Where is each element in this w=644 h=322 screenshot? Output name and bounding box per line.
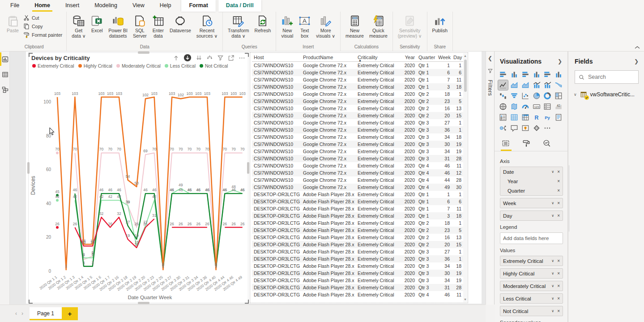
legend-item-extremely-critical[interactable]: Extremely Critical: [32, 63, 74, 69]
get-data-button[interactable]: Get data ∨: [69, 13, 88, 40]
chevron-down-icon[interactable]: ∨: [551, 294, 554, 303]
table-row[interactable]: DESKTOP-OR3LCTGAdobe Flash Player 28.xEx…: [252, 191, 463, 198]
visual-type-line-and-clustered-column-chart-icon[interactable]: [542, 80, 552, 90]
visual-type-gauge-icon[interactable]: [520, 102, 530, 112]
next-page-icon[interactable]: ›: [21, 310, 23, 317]
paste-button[interactable]: Paste: [4, 13, 21, 34]
dataverse-button[interactable]: Dataverse: [167, 13, 194, 34]
visual-type-kpi-icon[interactable]: 42: [554, 102, 563, 112]
remove-field-icon[interactable]: ×: [557, 186, 560, 195]
table-row[interactable]: CSI7WINDOWS10Google Chrome 72.xExtremely…: [252, 162, 463, 169]
cut-button[interactable]: Cut: [21, 14, 64, 21]
visual-type-qa-visual-icon[interactable]: [509, 123, 519, 133]
ribbon-tab-view[interactable]: View: [125, 0, 152, 12]
legend-item-moderately-critical[interactable]: Moderately Critical: [116, 63, 161, 69]
scroll-up-icon[interactable]: ▲: [463, 53, 467, 59]
legend-item-not-critical[interactable]: Not Critical: [200, 63, 228, 69]
ribbon-tab-insert[interactable]: Insert: [58, 0, 87, 12]
table-row[interactable]: CSI7WINDOWS10Google Chrome 72.xExtremely…: [252, 119, 463, 126]
visual-type-multi-row-card-icon[interactable]: [542, 102, 552, 112]
resize-handle[interactable]: [247, 162, 249, 174]
ribbon-tab-data-drill[interactable]: Data / Drill: [218, 0, 261, 12]
visual-type-power-automate-icon[interactable]: [532, 123, 542, 133]
column-header-productname[interactable]: ProductName: [301, 53, 356, 62]
power-bi-datasets-button[interactable]: Power BI datasets: [106, 13, 130, 40]
table-scrollbar[interactable]: ▲ ▼: [463, 53, 467, 302]
table-row[interactable]: DESKTOP-OR3LCTGAdobe Flash Player 28.xEx…: [252, 205, 463, 212]
ribbon-tab-home[interactable]: Home: [27, 0, 58, 12]
remove-field-icon[interactable]: ×: [557, 198, 560, 208]
visual-type-r-script-visual-icon[interactable]: R: [532, 112, 542, 122]
table-row[interactable]: DESKTOP-OR3LCTGAdobe Flash Player 28.xEx…: [252, 227, 463, 234]
table-row[interactable]: CSI7WINDOWS10Google Chrome 72.xExtremely…: [252, 83, 463, 90]
field-pill-week[interactable]: Week∨×: [500, 198, 563, 208]
new-measure-button[interactable]: New measure: [343, 13, 367, 40]
drill-up-icon[interactable]: [173, 55, 179, 61]
table-row[interactable]: DESKTOP-OR3LCTGAdobe Flash Player 28.xEx…: [252, 291, 463, 298]
resize-handle[interactable]: [245, 53, 249, 57]
rail-report-view-button[interactable]: [0, 52, 10, 67]
resize-handle[interactable]: [245, 300, 249, 304]
visual-type-paginated-report-icon[interactable]: [554, 112, 563, 122]
table-row[interactable]: CSI7WINDOWS10Google Chrome 72.xExtremely…: [252, 69, 463, 76]
column-header-host[interactable]: Host: [252, 53, 301, 62]
visual-type-matrix-icon[interactable]: [520, 112, 530, 122]
field-pill-day[interactable]: Day∨×: [500, 210, 563, 221]
transform-data-button[interactable]: Transform data ∨: [225, 13, 252, 40]
visual-type-donut-chart-icon[interactable]: [542, 91, 552, 101]
field-pill-not-critical[interactable]: Not Critical∨×: [500, 306, 563, 316]
chevron-down-icon[interactable]: ∨: [551, 167, 554, 176]
column-header-quarter[interactable]: Quarter: [417, 53, 436, 62]
excel-button[interactable]: Excel: [88, 13, 106, 34]
table-row[interactable]: CSI7WINDOWS10Google Chrome 72.xExtremely…: [252, 176, 463, 184]
table-row[interactable]: CSI7WINDOWS10Google Chrome 72.xExtremely…: [252, 62, 463, 69]
visual-type-pie-chart-icon[interactable]: [532, 91, 542, 101]
resize-handle[interactable]: [29, 53, 33, 57]
filters-pane-collapsed[interactable]: ❮ Filters: [486, 52, 495, 305]
collapse-fields-icon[interactable]: ❯: [634, 58, 639, 64]
quick-measure-button[interactable]: Quick measure: [367, 13, 390, 40]
field-pill-extremely-critical[interactable]: Extremely Critical∨×: [500, 256, 563, 266]
expand-all-down-icon[interactable]: [206, 55, 213, 61]
resize-handle[interactable]: [138, 52, 149, 54]
legend-item-less-critical[interactable]: Less Critical: [165, 63, 196, 69]
scrollbar-thumb[interactable]: [464, 60, 467, 92]
visual-type-filled-map-icon[interactable]: [509, 102, 519, 112]
table-row[interactable]: DESKTOP-OR3LCTGAdobe Flash Player 28.xEx…: [252, 270, 463, 277]
visual-type-slicer-icon[interactable]: [498, 112, 508, 122]
fields-tab[interactable]: [502, 139, 511, 151]
ribbon-tab-format[interactable]: Format: [181, 0, 215, 12]
new-visual-button[interactable]: New visual: [278, 13, 296, 40]
focus-mode-icon[interactable]: [228, 55, 235, 61]
ribbon-tab-file[interactable]: File: [3, 0, 27, 12]
go-to-next-level-icon[interactable]: [196, 55, 202, 61]
remove-field-icon[interactable]: ×: [557, 176, 560, 186]
remove-field-icon[interactable]: ×: [557, 294, 560, 303]
remove-field-icon[interactable]: ×: [557, 269, 560, 278]
visual-type-table-icon[interactable]: [509, 112, 519, 122]
visual-type-key-influencers-icon[interactable]: [498, 123, 508, 133]
search-input[interactable]: [588, 74, 635, 80]
remove-field-icon[interactable]: ×: [557, 256, 560, 266]
table-row[interactable]: CSI7WINDOWS10Google Chrome 72.xExtremely…: [252, 184, 463, 191]
visual-type-funnel-chart-icon[interactable]: [509, 91, 519, 101]
table-row[interactable]: CSI7WINDOWS10Google Chrome 72.xExtremely…: [252, 133, 463, 141]
visual-type-card-icon[interactable]: 123: [532, 102, 542, 112]
chevron-down-icon[interactable]: ∨: [551, 269, 554, 278]
enter-data-button[interactable]: Enter data: [149, 13, 167, 40]
table-row[interactable]: CSI7WINDOWS10Google Chrome 72.xExtremely…: [252, 155, 463, 162]
table-row[interactable]: DESKTOP-OR3LCTGAdobe Flash Player 28.xEx…: [252, 248, 463, 255]
sensitivity-preview-button[interactable]: Sensitivity (preview) ∨: [395, 13, 425, 40]
visual-type-treemap-icon[interactable]: [554, 91, 563, 101]
column-header-criticality[interactable]: Criticality▲: [356, 53, 401, 62]
filter-icon[interactable]: [217, 55, 224, 61]
fields-search[interactable]: [575, 70, 639, 84]
visual-type-100-stacked-bar-chart-icon[interactable]: [542, 69, 552, 79]
visual-type-stacked-column-chart-icon[interactable]: [509, 69, 519, 79]
remove-field-icon[interactable]: ×: [557, 306, 560, 316]
table-row[interactable]: CSI7WINDOWS10Google Chrome 72.xExtremely…: [252, 90, 463, 98]
copy-button[interactable]: Copy: [21, 23, 64, 30]
remove-field-icon[interactable]: ×: [557, 211, 560, 220]
legend-item-highly-critical[interactable]: Highly Critical: [78, 63, 112, 69]
table-row[interactable]: CSI7WINDOWS10Google Chrome 72.xExtremely…: [252, 126, 463, 133]
